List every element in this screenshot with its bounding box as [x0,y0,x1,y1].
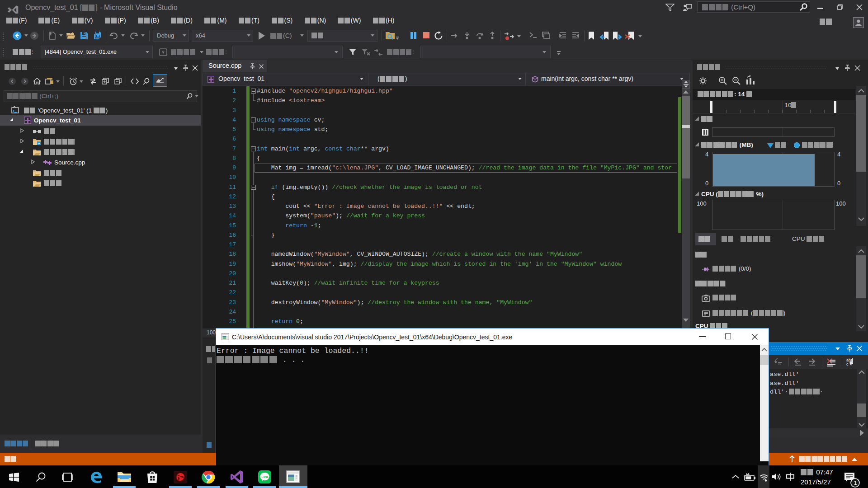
svg-text:LINE: LINE [261,475,269,479]
svg-text:1: 1 [854,480,857,486]
svg-text:c: c [846,362,849,366]
